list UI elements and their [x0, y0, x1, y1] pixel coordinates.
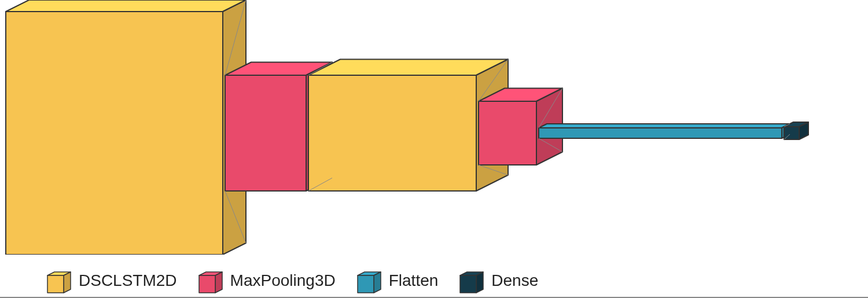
legend-item-dsclstm2d: DSCLSTM2D [46, 269, 177, 292]
legend: DSCLSTM2D MaxPooling3D Flatten Dense [46, 269, 538, 292]
legend-item-flatten: Flatten [356, 269, 439, 292]
svg-rect-39 [460, 275, 476, 293]
cube-icon [356, 269, 383, 292]
svg-rect-5 [225, 75, 306, 191]
svg-rect-8 [308, 75, 476, 191]
svg-marker-0 [6, 0, 246, 12]
svg-marker-32 [215, 272, 222, 293]
svg-marker-6 [308, 60, 508, 76]
legend-label: DSCLSTM2D [79, 271, 177, 290]
svg-marker-35 [374, 272, 381, 293]
legend-item-dense: Dense [459, 269, 538, 292]
cube-icon [198, 269, 225, 292]
svg-marker-38 [476, 272, 483, 293]
svg-rect-33 [199, 275, 215, 293]
cube-icon [46, 269, 73, 292]
cube-icon [459, 269, 486, 292]
svg-marker-29 [64, 272, 71, 293]
legend-item-maxpool3d: MaxPooling3D [198, 269, 336, 292]
svg-marker-12 [539, 124, 790, 128]
architecture-svg [0, 0, 868, 255]
svg-rect-30 [47, 275, 64, 293]
svg-rect-2 [6, 12, 223, 255]
svg-rect-36 [358, 275, 374, 293]
legend-label: Dense [491, 271, 538, 290]
svg-rect-14 [539, 128, 782, 138]
legend-label: MaxPooling3D [230, 271, 336, 290]
legend-label: Flatten [389, 271, 439, 290]
svg-rect-11 [479, 101, 536, 165]
diagram-stage: DSCLSTM2D MaxPooling3D Flatten Dense [0, 0, 868, 298]
